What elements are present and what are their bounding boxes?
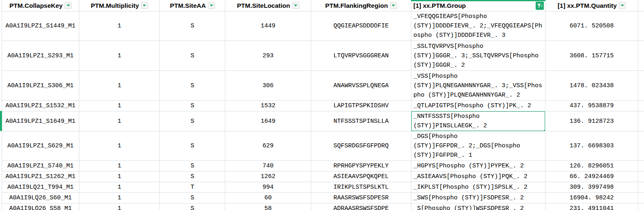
cell-site-aa[interactable]: S — [160, 161, 225, 172]
cell-collapse-key[interactable]: A0A1I9LPZ1_S629_M1 — [2, 131, 79, 161]
cell-ptm-group[interactable]: _VSS[Phospho (STY)]PLQNEGANHNNYGAR_. 3;_… — [411, 71, 545, 101]
filter-active-button[interactable] — [536, 2, 544, 10]
cell-collapse-key[interactable]: A0A1I9LPZ1_S306_M1 — [2, 71, 79, 101]
cell-empty[interactable] — [638, 71, 644, 101]
cell-empty[interactable] — [638, 161, 644, 172]
cell-multiplicity[interactable]: 1 — [79, 41, 160, 71]
cell-multiplicity[interactable]: 1 — [79, 172, 160, 182]
cell-site-location[interactable]: 293 — [225, 41, 311, 71]
filter-dropdown-button[interactable] — [619, 2, 626, 9]
cell-ptm-quantity[interactable]: 66. 24924469 — [545, 172, 638, 182]
fill-handle[interactable] — [543, 129, 545, 131]
cell-ptm-group[interactable]: _SWS[Phospho (STY)]FSDPESR_. 2 — [411, 193, 545, 203]
cell-multiplicity[interactable]: 1 — [79, 161, 160, 172]
cell-site-aa[interactable]: S — [160, 193, 225, 203]
header-cell-collapse-key[interactable]: PTM.CollapseKey — [2, 0, 79, 11]
cell-ptm-quantity[interactable]: 437. 9538879 — [545, 101, 638, 111]
cell-ptm-quantity[interactable]: 1478. 023438 — [545, 71, 638, 101]
cell-site-aa[interactable]: S — [160, 11, 225, 41]
cell-site-location[interactable]: 740 — [225, 161, 311, 172]
cell-ptm-group[interactable]: _S[Phospho (STY)]WSFSDPESR_. 2 — [411, 203, 545, 210]
cell-site-location[interactable]: 1449 — [225, 11, 311, 41]
cell-ptm-group[interactable]: _SSLTQVRPVS[Phospho (STY)]GGGR_. 3;_SSLT… — [411, 41, 545, 71]
cell-empty[interactable] — [638, 172, 644, 182]
cell-ptm-quantity[interactable]: 6071. 520508 — [545, 11, 638, 41]
cell-ptm-quantity[interactable]: 126. 8296051 — [545, 161, 638, 172]
cell-multiplicity[interactable]: 1 — [79, 111, 160, 131]
cell-multiplicity[interactable]: 1 — [79, 101, 160, 111]
cell-multiplicity[interactable]: 1 — [79, 131, 160, 161]
cell-site-aa[interactable]: S — [160, 101, 225, 111]
cell-site-location[interactable]: 306 — [225, 71, 311, 101]
cell-ptm-group[interactable]: _IKPLST[Phospho (STY)]SPSLK_. 2 — [411, 182, 545, 193]
cell-collapse-key[interactable]: A0A1I9LPZ1_S740_M1 — [2, 161, 79, 172]
cell-site-aa[interactable]: S — [160, 71, 225, 101]
cell-collapse-key[interactable]: A0A1I9LPZ1_S1649_M1 — [2, 111, 79, 131]
cell-empty[interactable] — [638, 41, 644, 71]
header-cell-site-location[interactable]: PTM.SiteLocation — [225, 0, 311, 11]
filter-dropdown-button[interactable] — [390, 2, 397, 9]
cell-ptm-quantity[interactable]: 16904. 98242 — [545, 193, 638, 203]
cell-site-aa[interactable]: S — [160, 41, 225, 71]
cell-ptm-quantity[interactable]: 136. 9128723 — [545, 111, 638, 131]
cell-ptm-group[interactable]: _NNTFSSSTS[Phospho (STY)]PINSLLAEGK_. 2 — [411, 111, 545, 131]
cell-ptm-group[interactable]: _QTLAPIGTPS[Phospho (STY)]PK_. 2 — [411, 101, 545, 111]
cell-site-aa[interactable]: S — [160, 172, 225, 182]
cell-ptm-group[interactable]: _HGPYS[Phospho (STY)]PYPEK_. 2 — [411, 161, 545, 172]
cell-multiplicity[interactable]: 1 — [79, 203, 160, 210]
cell-ptm-quantity[interactable]: 231. 4911041 — [545, 203, 638, 210]
header-cell-site-aa[interactable]: PTM.SiteAA — [160, 0, 225, 11]
cell-flanking-region[interactable]: RPRHGPYSPYPEKLY — [311, 161, 411, 172]
cell-ptm-group[interactable]: _VFEQQGIEAPS[Phospho (STY)]DDDDFIEVR_. 2… — [411, 11, 545, 41]
cell-collapse-key[interactable]: A0A1I9LPZ1_S1262_M1 — [2, 172, 79, 182]
cell-empty[interactable] — [638, 11, 644, 41]
cell-multiplicity[interactable]: 1 — [79, 11, 160, 41]
cell-empty[interactable] — [638, 131, 644, 161]
cell-ptm-group[interactable]: _DGS[Phospho (STY)]FGFPDR_. 2;_DGS[Phosp… — [411, 131, 545, 161]
cell-flanking-region[interactable]: SQFSRDGSFGFPDRQ — [311, 131, 411, 161]
cell-site-aa[interactable]: T — [160, 182, 225, 193]
cell-multiplicity[interactable]: 1 — [79, 193, 160, 203]
filter-dropdown-button[interactable] — [292, 2, 299, 9]
cell-empty[interactable] — [638, 203, 644, 210]
cell-flanking-region[interactable]: IRIKPLSTSPSLKTL — [311, 182, 411, 193]
header-cell-multiplicity[interactable]: PTM.Multiplicity — [79, 0, 160, 11]
cell-ptm-quantity[interactable]: 3608. 157715 — [545, 41, 638, 71]
cell-site-location[interactable]: 1649 — [225, 111, 311, 131]
cell-ptm-group[interactable]: _ASIEAAVS[Phospho (STY)]PQK_. 2 — [411, 172, 545, 182]
cell-empty[interactable] — [638, 182, 644, 193]
cell-collapse-key[interactable]: A0A1I9LQ26_S60_M1 — [2, 193, 79, 203]
cell-collapse-key[interactable]: A0A1I9LPZ1_S1449_M1 — [2, 11, 79, 41]
header-cell-ptm-group[interactable]: [1] xx.PTM.Group — [411, 0, 545, 11]
filter-dropdown-button[interactable] — [141, 2, 148, 9]
cell-collapse-key[interactable]: A0A1I9LPZ1_S293_M1 — [2, 41, 79, 71]
header-cell-flanking-region[interactable]: PTM.FlankingRegion — [311, 0, 411, 11]
cell-site-location[interactable]: 58 — [225, 203, 311, 210]
cell-site-aa[interactable]: S — [160, 131, 225, 161]
cell-collapse-key[interactable]: A0A1I9LQ21_T994_M1 — [2, 182, 79, 193]
cell-empty[interactable] — [638, 101, 644, 111]
cell-empty[interactable] — [638, 111, 644, 131]
cell-ptm-quantity[interactable]: 137. 6698303 — [545, 131, 638, 161]
cell-site-location[interactable]: 1262 — [225, 172, 311, 182]
cell-ptm-quantity[interactable]: 309. 3997498 — [545, 182, 638, 193]
filter-dropdown-button[interactable] — [65, 2, 72, 9]
cell-collapse-key[interactable]: A0A1I9LQ26_S58_M1 — [2, 203, 79, 210]
filter-dropdown-button[interactable] — [208, 2, 215, 9]
cell-flanking-region[interactable]: RAASRSWSFSDPESR — [311, 193, 411, 203]
cell-flanking-region[interactable]: ASIEAAVSPQKQPEL — [311, 172, 411, 182]
cell-empty[interactable] — [638, 193, 644, 203]
cell-flanking-region[interactable]: QQGIEAPSDDDDFIE — [311, 11, 411, 41]
cell-multiplicity[interactable]: 1 — [79, 71, 160, 101]
cell-site-aa[interactable]: S — [160, 203, 225, 210]
cell-site-location[interactable]: 1532 — [225, 101, 311, 111]
cell-collapse-key[interactable]: A0A1I9LPZ1_S1532_M1 — [2, 101, 79, 111]
cell-flanking-region[interactable]: ANAWRVSSPLQNEGA — [311, 71, 411, 101]
cell-site-location[interactable]: 60 — [225, 193, 311, 203]
header-cell-ptm-quantity[interactable]: [1] xx.PTM.Quantity — [545, 0, 638, 11]
header-cell-empty[interactable] — [638, 0, 644, 11]
cell-flanking-region[interactable]: LTQVRPVSGGGREAN — [311, 41, 411, 71]
cell-flanking-region[interactable]: ADRAASRSWSFSDPE — [311, 203, 411, 210]
cell-flanking-region[interactable]: NTFSSSTSPINSLLA — [311, 111, 411, 131]
cell-multiplicity[interactable]: 1 — [79, 182, 160, 193]
